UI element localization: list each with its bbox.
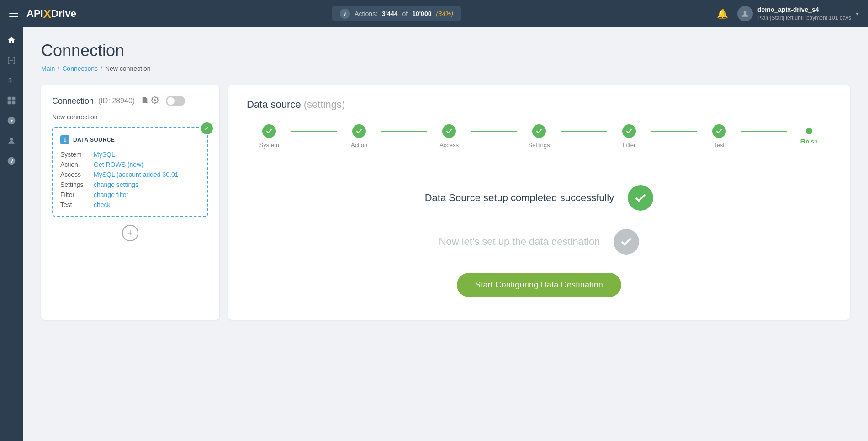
right-panel-title: Data source (settings) — [247, 99, 831, 111]
field-label-test: Test — [60, 201, 90, 208]
svg-text:?: ? — [11, 158, 14, 164]
breadcrumb-current: New connection — [105, 65, 151, 72]
page-title: Connection — [41, 41, 850, 60]
sidebar-item-integrations[interactable] — [3, 92, 20, 109]
panel-header-icons — [141, 96, 159, 106]
user-section[interactable]: demo_apix-drive_s4 Plan |Start| left unt… — [737, 5, 859, 22]
datasource-title: DATA SOURCE — [73, 137, 115, 143]
breadcrumb-sep-2: / — [101, 65, 102, 72]
field-value-system[interactable]: MySQL — [94, 151, 115, 158]
step-circle-system — [262, 124, 276, 138]
step-circle-access — [442, 124, 456, 138]
field-label-system: System — [60, 151, 90, 158]
top-navigation: APIXDrive i Actions: 3'444 of 10'000 (34… — [0, 0, 868, 27]
success-area: Data Source setup completed successfully… — [247, 176, 831, 306]
field-test: Test check — [60, 201, 200, 208]
field-action: Action Get ROWS (new) — [60, 161, 200, 168]
step-label-finish: Finish — [800, 138, 818, 145]
breadcrumb: Main / Connections / New connection — [41, 65, 850, 72]
sidebar-item-help[interactable]: ? — [3, 153, 20, 169]
field-value-filter[interactable]: change filter — [94, 191, 128, 198]
right-panel: Data source (settings) System — [228, 85, 850, 320]
user-info: demo_apix-drive_s4 Plan |Start| left unt… — [757, 5, 851, 22]
success-title: Data Source setup completed successfully — [425, 191, 614, 205]
steps-container: System Action — [247, 124, 831, 149]
step-line-6 — [741, 131, 786, 132]
sidebar-item-media[interactable] — [3, 112, 20, 129]
field-label-access: Access — [60, 171, 90, 178]
field-access: Access MySQL (account added 30.01 — [60, 171, 200, 178]
svg-rect-11 — [8, 101, 11, 105]
svg-point-1 — [8, 57, 10, 58]
step-circle-settings — [532, 124, 546, 138]
field-value-access[interactable]: MySQL (account added 30.01 — [94, 171, 179, 178]
step-circle-filter — [622, 124, 636, 138]
add-datasource-button[interactable]: + — [122, 225, 138, 241]
field-value-settings[interactable]: change settings — [94, 181, 138, 188]
start-configuring-button[interactable]: Start Configuring Data Destination — [457, 273, 621, 297]
field-settings: Settings change settings — [60, 181, 200, 188]
field-filter: Filter change filter — [60, 191, 200, 198]
step-circle-test — [712, 124, 726, 138]
svg-point-3 — [8, 62, 10, 64]
connection-toggle[interactable] — [166, 96, 185, 106]
hamburger-menu[interactable] — [9, 11, 18, 17]
success-check-icon — [628, 185, 653, 211]
panel-header: Connection (ID: 28940) — [52, 96, 208, 106]
step-label-system: System — [259, 142, 279, 149]
step-circle-action — [352, 124, 366, 138]
user-avatar — [737, 6, 753, 21]
settings-icon[interactable] — [151, 96, 159, 106]
sidebar-item-user[interactable] — [3, 133, 20, 149]
step-label-test: Test — [714, 142, 725, 149]
bell-icon[interactable]: 🔔 — [717, 8, 728, 19]
chevron-down-icon[interactable]: ▾ — [856, 10, 859, 17]
step-line-2 — [381, 131, 426, 132]
actions-label: Actions: — [355, 10, 377, 17]
main-content: Connection Main / Connections / New conn… — [23, 27, 868, 441]
actions-current: 3'444 — [382, 10, 397, 17]
logo-x-text: X — [43, 7, 51, 21]
info-icon: i — [340, 9, 350, 19]
document-icon[interactable] — [141, 96, 148, 106]
field-label-settings: Settings — [60, 181, 90, 188]
next-check-icon — [614, 229, 639, 255]
sidebar-item-billing[interactable]: $ — [3, 72, 20, 89]
breadcrumb-sep-1: / — [58, 65, 59, 72]
sidebar-item-home[interactable] — [3, 32, 20, 48]
step-finish: Finish — [787, 128, 831, 145]
next-step-row: Now let's set up the data destination — [439, 229, 640, 255]
step-system: System — [247, 124, 291, 149]
step-filter: Filter — [607, 124, 651, 149]
step-label-filter: Filter — [623, 142, 636, 149]
step-label-access: Access — [439, 142, 459, 149]
actions-total: 10'000 — [412, 10, 431, 17]
datasource-card: ✓ 1 DATA SOURCE System MySQL Action Get … — [52, 127, 208, 217]
field-label-filter: Filter — [60, 191, 90, 198]
add-button-container: + — [52, 225, 208, 241]
connection-title: Connection — [52, 96, 94, 106]
svg-rect-10 — [12, 97, 16, 101]
field-value-test[interactable]: check — [94, 201, 111, 208]
right-panel-title-main: Data source — [247, 99, 301, 110]
field-value-action[interactable]: Get ROWS (new) — [94, 161, 143, 168]
datasource-fields: System MySQL Action Get ROWS (new) Acces… — [60, 151, 200, 208]
new-connection-label: New connection — [52, 113, 208, 121]
step-line-1 — [291, 131, 336, 132]
success-completed-row: Data Source setup completed successfully — [425, 185, 654, 211]
datasource-header: 1 DATA SOURCE — [60, 135, 200, 144]
sidebar-item-connections[interactable] — [3, 52, 20, 69]
datasource-number: 1 — [60, 135, 69, 144]
step-action: Action — [337, 124, 381, 149]
svg-point-2 — [13, 57, 15, 58]
logo-drive-text: Drive — [51, 8, 76, 20]
breadcrumb-connections[interactable]: Connections — [62, 65, 98, 72]
step-line-4 — [561, 131, 606, 132]
field-system: System MySQL — [60, 151, 200, 158]
sidebar: $ ? — [0, 27, 23, 441]
step-access: Access — [427, 124, 471, 149]
svg-text:$: $ — [8, 77, 12, 84]
step-settings: Settings — [517, 124, 561, 149]
breadcrumb-main[interactable]: Main — [41, 65, 55, 72]
user-name: demo_apix-drive_s4 — [757, 5, 851, 15]
